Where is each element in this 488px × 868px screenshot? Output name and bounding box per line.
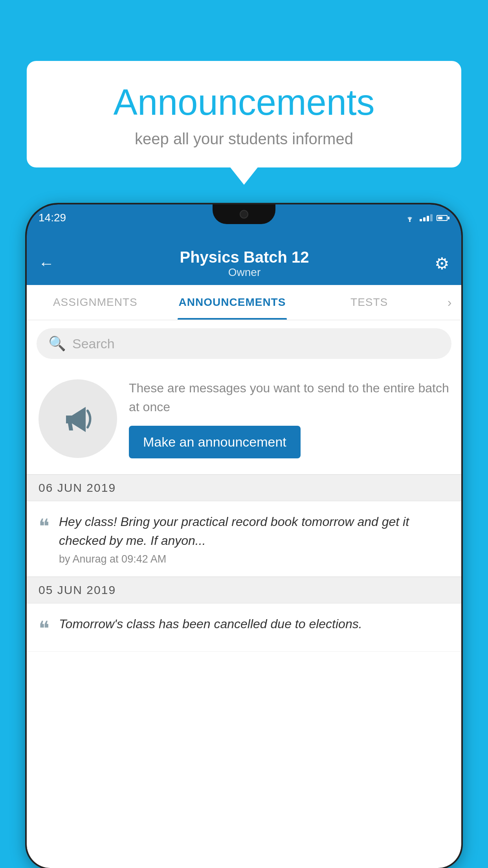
header-title: Physics Batch 12 bbox=[54, 248, 435, 266]
front-camera bbox=[240, 210, 248, 219]
announcement-icon-circle bbox=[39, 379, 117, 458]
phone-top-bar: 14:29 bbox=[27, 204, 461, 242]
announcement-item-2[interactable]: ❝ Tomorrow's class has been cancelled du… bbox=[27, 603, 461, 652]
megaphone-icon bbox=[58, 399, 97, 438]
app-header: ← Physics Batch 12 Owner ⚙ bbox=[27, 242, 461, 285]
make-announcement-button[interactable]: Make an announcement bbox=[129, 426, 301, 458]
search-container: 🔍 Search bbox=[27, 320, 461, 367]
date-group-2: 05 JUN 2019 ❝ Tomorrow's class has been … bbox=[27, 577, 461, 652]
promo-right: These are messages you want to send to t… bbox=[129, 379, 449, 458]
tab-announcements[interactable]: ANNOUNCEMENTS bbox=[164, 285, 301, 320]
announcement-meta-1: by Anurag at 09:42 AM bbox=[59, 553, 449, 565]
announcement-text-2: Tomorrow's class has been cancelled due … bbox=[59, 614, 362, 633]
phone-inner: 14:29 bbox=[27, 204, 461, 868]
quote-icon-1: ❝ bbox=[39, 515, 50, 538]
promo-description: These are messages you want to send to t… bbox=[129, 379, 449, 416]
tabs-bar: ASSIGNMENTS ANNOUNCEMENTS TESTS › bbox=[27, 285, 461, 320]
status-time: 14:29 bbox=[39, 211, 66, 224]
speech-bubble-container: Announcements keep all your students inf… bbox=[27, 61, 461, 167]
bubble-subtitle: keep all your students informed bbox=[42, 130, 446, 148]
signal-icon bbox=[420, 214, 433, 221]
status-icons bbox=[404, 213, 449, 222]
date-separator-2: 05 JUN 2019 bbox=[27, 577, 461, 603]
tab-assignments[interactable]: ASSIGNMENTS bbox=[27, 285, 164, 320]
quote-icon-2: ❝ bbox=[39, 617, 50, 640]
back-button[interactable]: ← bbox=[39, 255, 54, 272]
date-separator-1: 06 JUN 2019 bbox=[27, 474, 461, 501]
header-title-group: Physics Batch 12 Owner bbox=[54, 248, 435, 279]
promo-section: These are messages you want to send to t… bbox=[27, 367, 461, 474]
announcement-item-1[interactable]: ❝ Hey class! Bring your practical record… bbox=[27, 501, 461, 577]
bubble-title: Announcements bbox=[42, 83, 446, 122]
announcement-text-1: Hey class! Bring your practical record b… bbox=[59, 512, 449, 550]
notch bbox=[213, 204, 275, 224]
svg-point-0 bbox=[409, 221, 411, 222]
search-input[interactable]: Search bbox=[72, 336, 115, 351]
battery-icon bbox=[437, 215, 449, 221]
date-group-1: 06 JUN 2019 ❝ Hey class! Bring your prac… bbox=[27, 474, 461, 577]
phone-content: 🔍 Search These are messages you want to … bbox=[27, 320, 461, 868]
settings-icon[interactable]: ⚙ bbox=[435, 254, 449, 273]
tab-more-icon[interactable]: › bbox=[438, 295, 461, 310]
announcement-content-1: Hey class! Bring your practical record b… bbox=[59, 512, 449, 565]
phone-frame: 14:29 bbox=[27, 204, 461, 868]
announcement-content-2: Tomorrow's class has been cancelled due … bbox=[59, 614, 362, 633]
search-bar[interactable]: 🔍 Search bbox=[37, 328, 451, 359]
tab-tests[interactable]: TESTS bbox=[301, 285, 438, 320]
wifi-icon bbox=[404, 213, 416, 222]
header-subtitle: Owner bbox=[54, 266, 435, 279]
speech-bubble: Announcements keep all your students inf… bbox=[27, 61, 461, 167]
search-icon: 🔍 bbox=[48, 335, 66, 352]
